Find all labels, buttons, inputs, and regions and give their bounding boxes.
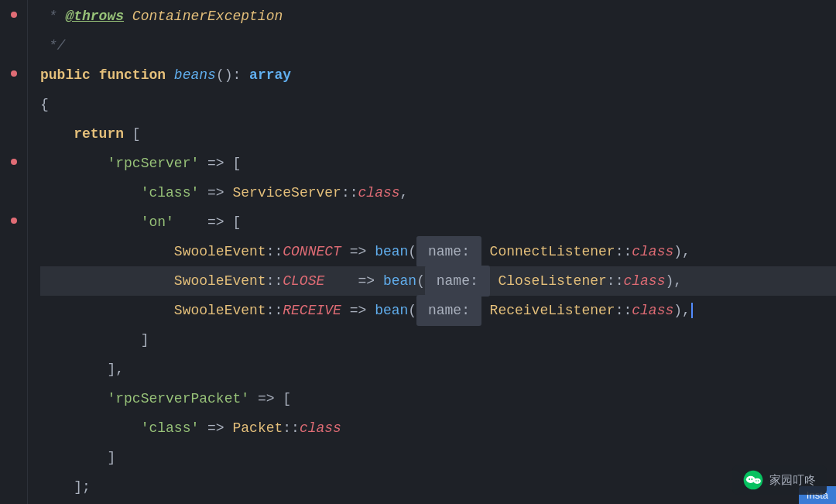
code-line-2: */ <box>40 31 836 60</box>
bracket-open: [ <box>232 207 241 237</box>
bean-func: bean <box>375 296 408 325</box>
indent <box>40 384 107 413</box>
gutter-mark-7 <box>0 177 27 206</box>
code-line-15: 'class' => Packet::class <box>40 413 836 443</box>
comma: , <box>673 266 682 296</box>
double-colon: :: <box>341 178 358 207</box>
double-colon: :: <box>607 266 624 296</box>
wechat-icon <box>743 470 763 490</box>
indent <box>40 207 141 237</box>
code-line-3: public function beans(): array <box>40 60 836 90</box>
string-rpcserver: 'rpcServer' <box>107 149 199 178</box>
indent <box>40 325 141 355</box>
paren: ( <box>408 296 416 325</box>
semicolon: ; <box>82 472 91 502</box>
svg-point-4 <box>751 478 752 480</box>
text-cursor <box>691 303 693 318</box>
brace-open: { <box>40 90 49 119</box>
gutter-mark-5 <box>0 118 27 147</box>
gutter-mark-3 <box>0 59 27 88</box>
param-name: name: <box>416 236 481 267</box>
indent <box>40 413 141 443</box>
bracket-close: ] <box>74 472 82 502</box>
classname-swooleevent: SwooleEvent <box>174 296 266 325</box>
bracket-open: [ <box>132 119 141 149</box>
comma: , <box>682 296 690 325</box>
gutter-mark-12 <box>0 324 27 353</box>
code-area[interactable]: * @throws ContainerException */ public f… <box>28 0 836 504</box>
gutter-mark-6 <box>0 147 27 177</box>
bean-func: bean <box>383 266 416 296</box>
param-name: name: <box>416 295 481 326</box>
param-name: name: <box>425 266 490 297</box>
gutter-mark-15 <box>0 412 27 441</box>
code-line-5: return [ <box>40 119 836 149</box>
breakpoint-dot <box>11 218 17 224</box>
paren: ( <box>408 237 416 266</box>
class-keyword: class <box>358 178 400 207</box>
string-class: 'class' <box>141 413 200 443</box>
bracket-open: [ <box>283 384 291 413</box>
paren-close: ) <box>665 266 673 296</box>
bracket-close: ] <box>141 325 149 355</box>
indent <box>40 355 107 384</box>
space <box>274 384 283 413</box>
comment-star: * <box>40 2 65 31</box>
code-line-7: 'class' => ServiceServer::class, <box>40 178 836 207</box>
gutter-mark-1 <box>0 0 27 29</box>
arrow: => <box>207 178 224 207</box>
code-line-1: * @throws ContainerException <box>40 2 836 31</box>
space <box>366 296 375 325</box>
space <box>341 237 350 266</box>
code-lines: * @throws ContainerException */ public f… <box>28 0 836 503</box>
space <box>199 149 207 178</box>
space <box>224 413 233 443</box>
code-line-4: { <box>40 90 836 119</box>
spaces <box>174 207 207 237</box>
space <box>375 266 383 296</box>
arrow: => <box>207 207 224 237</box>
spaces <box>324 266 358 296</box>
space <box>199 178 207 207</box>
bracket-close: ] <box>107 443 115 472</box>
classname-receivelistener: ReceiveListener <box>490 296 615 325</box>
arrow: => <box>258 384 275 413</box>
comment-end: */ <box>40 31 65 60</box>
space <box>224 149 233 178</box>
space <box>224 178 233 207</box>
arrow: => <box>350 237 367 266</box>
svg-point-3 <box>749 478 750 480</box>
paren-close: ) <box>673 296 682 325</box>
class-keyword: class <box>623 266 665 296</box>
arrow: => <box>207 413 224 443</box>
arrow: => <box>350 296 367 325</box>
breakpoint-dot <box>11 159 17 165</box>
space <box>199 413 207 443</box>
code-line-11: SwooleEvent::RECEIVE => bean( name: Rece… <box>40 296 836 325</box>
code-line-10: SwooleEvent::CLOSE => bean( name: CloseL… <box>40 266 836 296</box>
string-on: 'on' <box>141 207 174 237</box>
space <box>166 60 174 90</box>
code-line-8: 'on' => [ <box>40 207 836 237</box>
paren-close: ) <box>673 237 682 266</box>
code-line-16: ] <box>40 443 836 472</box>
classname-swooleevent: SwooleEvent <box>174 237 266 266</box>
code-editor: * @throws ContainerException */ public f… <box>0 0 836 504</box>
indent <box>40 296 174 325</box>
gutter-mark-11 <box>0 294 27 324</box>
double-colon: :: <box>266 296 283 325</box>
gutter-marks <box>0 0 27 500</box>
string-class: 'class' <box>141 178 200 207</box>
gutter-mark-8 <box>0 206 27 235</box>
gutter-mark-10 <box>0 265 27 294</box>
space <box>249 384 258 413</box>
indent <box>40 237 174 266</box>
gutter-mark-16 <box>0 441 27 471</box>
double-colon: :: <box>266 266 283 296</box>
gutter-mark-17 <box>0 471 27 500</box>
code-line-14: 'rpcServerPacket' => [ <box>40 384 836 413</box>
indent <box>40 266 174 296</box>
keyword-function: function <box>99 60 166 90</box>
string-rpcserverpacket: 'rpcServerPacket' <box>107 384 249 413</box>
bracket-open: [ <box>232 149 241 178</box>
